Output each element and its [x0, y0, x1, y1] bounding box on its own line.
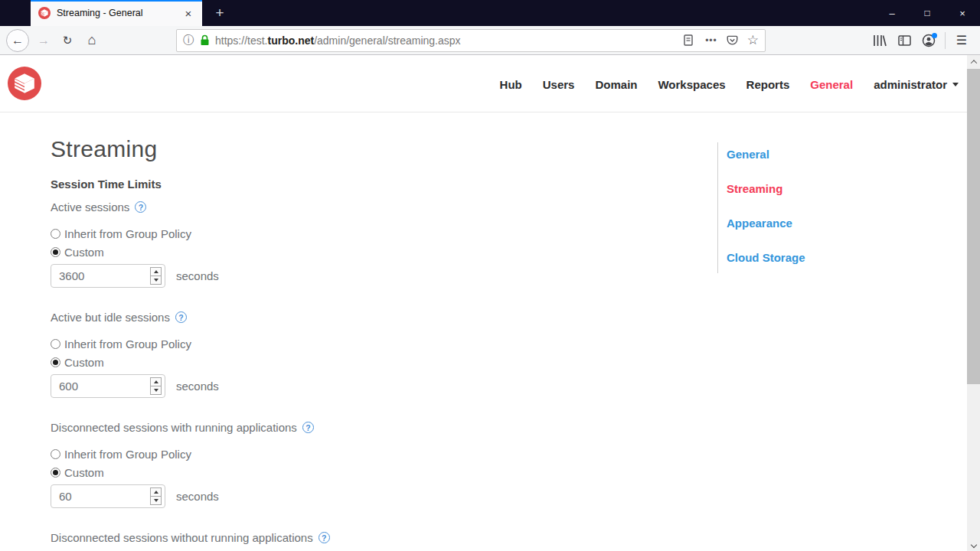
radio-label: Inherit from Group Policy	[64, 227, 191, 240]
radio-icon-checked[interactable]	[51, 247, 60, 257]
sidebar-toggle-icon[interactable]	[892, 29, 916, 52]
settings-sidebar: General Streaming Appearance Cloud Stora…	[717, 142, 855, 273]
number-spinner[interactable]	[150, 377, 162, 395]
setting-group-disconnected-running: Disconnected sessions with running appli…	[51, 421, 314, 508]
number-input-wrap	[51, 264, 165, 288]
radio-option-custom[interactable]: Custom	[51, 466, 314, 478]
number-input-wrap	[51, 484, 165, 508]
help-icon[interactable]: ?	[175, 311, 187, 323]
spinner-up-icon[interactable]	[151, 378, 161, 386]
setting-group-active-sessions: Active sessions ? Inherit from Group Pol…	[51, 201, 219, 288]
idle-sessions-input[interactable]	[51, 374, 165, 398]
tab-title: Streaming - General	[57, 8, 181, 18]
setting-label: Active but idle sessions ?	[51, 311, 219, 324]
setting-label-text: Active but idle sessions	[51, 311, 170, 324]
sidebar-item-general[interactable]: General	[727, 148, 855, 161]
sidebar-item-appearance[interactable]: Appearance	[727, 217, 855, 230]
nav-item-hub[interactable]: Hub	[500, 78, 522, 91]
forward-button[interactable]: →	[34, 29, 54, 52]
reload-button[interactable]: ↻	[57, 29, 78, 52]
setting-label: Active sessions ?	[51, 201, 219, 214]
ssl-lock-icon[interactable]	[200, 34, 210, 46]
input-row: seconds	[51, 484, 314, 508]
setting-group-disconnected-without: Disconnected sessions without running ap…	[51, 531, 330, 551]
page-scrollbar[interactable]	[967, 55, 980, 551]
setting-label: Disconnected sessions without running ap…	[51, 531, 330, 544]
radio-option-inherit[interactable]: Inherit from Group Policy	[51, 227, 219, 240]
setting-label-text: Active sessions	[51, 201, 129, 214]
sidebar-item-streaming[interactable]: Streaming	[727, 182, 855, 195]
nav-item-workspaces[interactable]: Workspaces	[658, 78, 725, 91]
setting-label-text: Disconnected sessions without running ap…	[51, 531, 313, 544]
new-tab-button[interactable]: +	[208, 0, 231, 26]
setting-label: Disconnected sessions with running appli…	[51, 421, 314, 434]
radio-icon[interactable]	[51, 339, 60, 349]
section-heading: Session Time Limits	[51, 178, 162, 191]
radio-option-inherit[interactable]: Inherit from Group Policy	[51, 448, 314, 460]
radio-icon-checked[interactable]	[51, 468, 60, 478]
home-button[interactable]: ⌂	[81, 29, 103, 52]
nav-item-domain[interactable]: Domain	[595, 78, 637, 91]
spinner-down-icon[interactable]	[151, 276, 161, 284]
url-text[interactable]: https://test.turbo.net/admin/general/str…	[215, 34, 684, 47]
input-row: seconds	[51, 264, 219, 288]
radio-label: Inherit from Group Policy	[64, 337, 191, 350]
active-sessions-input[interactable]	[51, 264, 165, 288]
radio-icon[interactable]	[51, 229, 60, 239]
back-button[interactable]: ←	[6, 29, 29, 52]
number-input-wrap	[51, 374, 165, 398]
radio-icon[interactable]	[51, 449, 60, 459]
radio-label: Inherit from Group Policy	[64, 448, 191, 461]
chevron-down-icon	[952, 83, 959, 86]
radio-icon-checked[interactable]	[51, 357, 60, 367]
reader-mode-icon[interactable]	[684, 34, 693, 46]
urlbar-action-icons: ••• ☆	[684, 34, 759, 47]
url-domain: turbo.net	[267, 34, 314, 47]
browser-tab[interactable]: Streaming - General ×	[31, 0, 202, 26]
spinner-up-icon[interactable]	[151, 268, 161, 276]
hamburger-menu-icon[interactable]: ☰	[949, 29, 974, 52]
spinner-down-icon[interactable]	[151, 496, 161, 504]
nav-item-users[interactable]: Users	[543, 78, 575, 91]
turbo-logo[interactable]	[8, 67, 41, 100]
minimize-button[interactable]: –	[874, 0, 910, 26]
user-menu[interactable]: administrator	[874, 78, 959, 91]
scroll-up-icon[interactable]	[967, 55, 980, 68]
browser-toolbar: ← → ↻ ⌂ ⓘ https://test.turbo.net/admin/g…	[0, 26, 980, 55]
disconnected-running-input[interactable]	[51, 484, 165, 508]
site-nav: Hub Users Domain Workspaces Reports Gene…	[500, 56, 959, 112]
url-prefix: https://test.	[215, 34, 267, 47]
help-icon[interactable]: ?	[302, 422, 314, 433]
input-row: seconds	[51, 374, 219, 398]
spinner-down-icon[interactable]	[151, 386, 161, 394]
sidebar-item-cloud-storage[interactable]: Cloud Storage	[727, 251, 855, 264]
scrollbar-thumb[interactable]	[967, 69, 980, 384]
nav-item-reports[interactable]: Reports	[746, 78, 790, 91]
site-info-icon[interactable]: ⓘ	[183, 34, 194, 47]
browser-titlebar: Streaming - General × + – □ ×	[0, 0, 980, 26]
url-bar[interactable]: ⓘ https://test.turbo.net/admin/general/s…	[176, 29, 766, 52]
turbo-favicon-icon	[38, 7, 51, 19]
user-menu-label: administrator	[874, 78, 947, 91]
unit-label: seconds	[176, 269, 219, 282]
pocket-icon[interactable]	[727, 35, 738, 46]
bookmark-star-icon[interactable]: ☆	[747, 34, 759, 47]
radio-option-custom[interactable]: Custom	[51, 356, 219, 368]
radio-label: Custom	[64, 356, 104, 369]
number-spinner[interactable]	[150, 267, 162, 285]
tab-close-icon[interactable]: ×	[181, 7, 196, 20]
radio-option-custom[interactable]: Custom	[51, 246, 219, 258]
nav-item-general[interactable]: General	[810, 78, 853, 91]
scroll-down-icon[interactable]	[967, 538, 980, 551]
spinner-up-icon[interactable]	[151, 488, 161, 496]
page-actions-icon[interactable]: •••	[705, 35, 717, 46]
number-spinner[interactable]	[150, 487, 162, 505]
help-icon[interactable]: ?	[135, 201, 146, 213]
account-icon[interactable]	[916, 29, 941, 52]
radio-option-inherit[interactable]: Inherit from Group Policy	[51, 337, 219, 350]
help-icon[interactable]: ?	[318, 532, 330, 543]
maximize-button[interactable]: □	[910, 0, 945, 26]
library-icon[interactable]	[867, 29, 892, 52]
radio-label: Custom	[64, 246, 104, 259]
close-button[interactable]: ×	[945, 0, 980, 26]
